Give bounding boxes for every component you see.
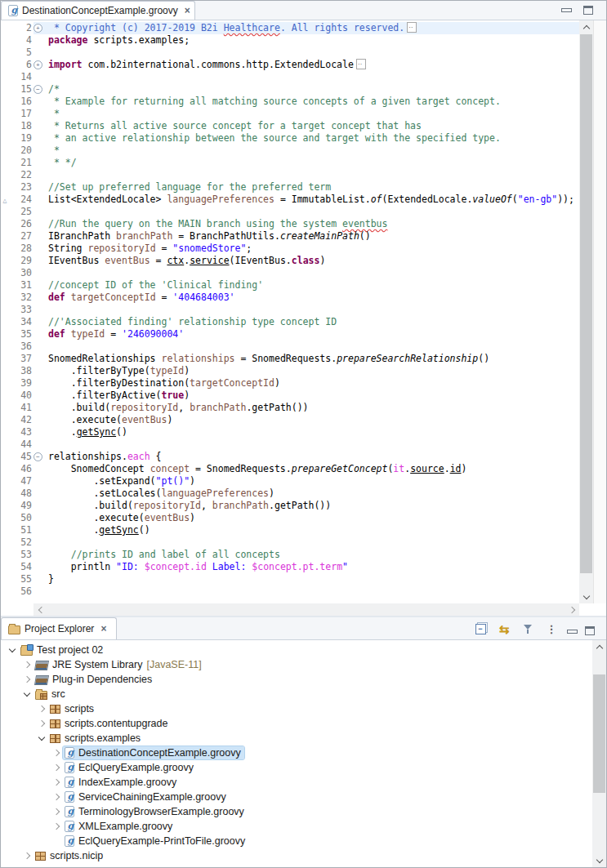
scroll-left-icon[interactable] <box>33 603 47 616</box>
code-line[interactable]: 31//concept ID of the 'Clinical finding' <box>1 279 579 292</box>
tree-item-eclqueryexample-printtofile-groovy[interactable]: EclQueryExample-PrintToFile.groovy <box>1 834 592 848</box>
tree-item-scripts[interactable]: scripts <box>1 701 592 716</box>
code-line[interactable]: 17 * <box>1 108 579 120</box>
folded-region-icon[interactable] <box>356 59 366 69</box>
chevron-down-icon[interactable] <box>35 737 48 740</box>
code-line[interactable]: 51 .getSync() <box>1 524 579 536</box>
code-line[interactable]: 33 <box>1 304 579 316</box>
tree-item-jre-system-library[interactable]: JRE System Library [JavaSE-11] <box>1 657 592 672</box>
filter-icon[interactable] <box>520 621 536 637</box>
editor-tab[interactable]: DestinationConceptExample.groovy × <box>1 1 195 20</box>
code-line[interactable]: 20 * <box>1 145 579 157</box>
code-line[interactable]: 43 .getSync() <box>1 426 579 438</box>
fold-toggle-icon[interactable] <box>32 22 44 34</box>
code-line[interactable]: 45relationships.each { <box>1 451 579 463</box>
code-line[interactable]: 14 <box>1 71 579 83</box>
collapse-all-icon[interactable] <box>472 621 489 637</box>
chevron-right-icon[interactable] <box>50 750 63 755</box>
editor-horizontal-scrollbar[interactable] <box>33 603 579 616</box>
project-explorer-tree[interactable]: Test project 02JRE System Library [JavaS… <box>1 640 592 867</box>
code-line[interactable]: 22 <box>1 169 579 181</box>
code-line[interactable]: 26//Run the query on the MAIN branch usi… <box>1 218 579 230</box>
code-line[interactable]: 6import com.b2international.commons.http… <box>1 59 579 71</box>
code-line[interactable]: 44 <box>1 438 579 451</box>
scroll-down-icon[interactable] <box>592 854 606 867</box>
code-line[interactable]: 16 * Example for returning all matching … <box>1 96 579 108</box>
code-line[interactable]: 27IBranchPath branchPath = BranchPathUti… <box>1 230 579 243</box>
code-line[interactable]: 30 <box>1 267 579 279</box>
code-line[interactable]: 2 * Copyright (c) 2017-2019 B2i Healthca… <box>1 22 579 34</box>
chevron-right-icon[interactable] <box>35 706 48 711</box>
chevron-right-icon[interactable] <box>20 677 33 682</box>
code-line[interactable]: 32def targetConceptId = '404684003' <box>1 292 579 304</box>
tree-item-xmlexample-groovy[interactable]: XMLExample.groovy <box>1 819 592 834</box>
chevron-right-icon[interactable] <box>20 662 33 667</box>
code-line[interactable]: 52 <box>1 536 579 549</box>
code-line[interactable]: 5 <box>1 47 579 59</box>
code-line[interactable]: 21 * */ <box>1 157 579 169</box>
close-icon[interactable]: × <box>185 6 190 16</box>
chevron-right-icon[interactable] <box>50 824 63 829</box>
scroll-right-icon[interactable] <box>566 603 579 616</box>
minimize-icon[interactable] <box>561 8 572 12</box>
chevron-right-icon[interactable] <box>35 721 48 726</box>
code-line[interactable]: 47 .setExpand("pt()") <box>1 475 579 487</box>
code-line[interactable]: 15/* <box>1 83 579 96</box>
tree-item-test-project-02[interactable]: Test project 02 <box>1 643 592 657</box>
explorer-tab[interactable]: Project Explorer × <box>1 617 117 639</box>
code-line[interactable]: 53 //prints ID and label of all concepts <box>1 549 579 561</box>
scrollbar-thumb[interactable] <box>593 674 605 793</box>
minimize-icon[interactable] <box>567 630 578 634</box>
tree-vertical-scrollbar[interactable] <box>592 640 606 867</box>
code-line[interactable]: 28String repositoryId = "snomedStore"; <box>1 243 579 255</box>
code-line[interactable]: 56 <box>1 585 579 598</box>
fold-toggle-icon[interactable] <box>32 59 44 71</box>
chevron-down-icon[interactable] <box>20 692 33 696</box>
code-line[interactable]: 24List<ExtendedLocale> languagePreferenc… <box>1 194 579 206</box>
tree-item-destinationconceptexample-groovy[interactable]: DestinationConceptExample.groovy <box>1 746 592 760</box>
code-line[interactable]: 40 .filterByActive(true) <box>1 389 579 402</box>
code-line[interactable]: 54 println "ID: $concept.id Label: $conc… <box>1 561 579 573</box>
fold-toggle-icon[interactable] <box>32 451 44 463</box>
tree-item-src[interactable]: src <box>1 687 592 701</box>
tree-item-eclqueryexample-groovy[interactable]: EclQueryExample.groovy <box>1 760 592 775</box>
maximize-icon[interactable] <box>585 626 595 635</box>
code-editor[interactable]: 2 * Copyright (c) 2017-2019 B2i Healthca… <box>1 20 579 603</box>
scrollbar-thumb[interactable] <box>580 34 592 573</box>
scroll-up-icon[interactable] <box>579 20 593 33</box>
code-line[interactable]: 55} <box>1 573 579 585</box>
folded-region-icon[interactable] <box>407 22 417 33</box>
tree-item-plug-in-dependencies[interactable]: Plug-in Dependencies <box>1 672 592 687</box>
code-line[interactable]: 36 <box>1 341 579 353</box>
chevron-right-icon[interactable] <box>20 853 33 858</box>
fold-toggle-icon[interactable] <box>32 83 44 96</box>
maximize-icon[interactable] <box>583 6 593 15</box>
code-line[interactable]: 46 SnomedConcept concept = SnomedRequest… <box>1 463 579 475</box>
code-line[interactable]: 48 .setLocales(languagePreferences) <box>1 487 579 500</box>
scroll-up-icon[interactable] <box>592 640 606 653</box>
code-line[interactable]: 50 .execute(eventBus) <box>1 512 579 524</box>
tree-item-terminologybrowserexample-groovy[interactable]: TerminologyBrowserExample.groovy <box>1 804 592 819</box>
code-line[interactable]: 29IEventBus eventBus = ctx.service(IEven… <box>1 255 579 267</box>
code-line[interactable]: 4package scripts.examples; <box>1 34 579 47</box>
chevron-down-icon[interactable] <box>6 648 19 652</box>
link-with-editor-icon[interactable]: ⇆ <box>496 621 512 637</box>
tree-item-scripts-examples[interactable]: scripts.examples <box>1 731 592 746</box>
chevron-right-icon[interactable] <box>50 765 63 770</box>
code-line[interactable]: 38 .filterByType(typeId) <box>1 365 579 377</box>
chevron-right-icon[interactable] <box>50 809 63 814</box>
tree-item-scripts-nicip[interactable]: scripts.nicip <box>1 848 592 863</box>
view-menu-icon[interactable]: ⋮ <box>543 621 560 637</box>
code-line[interactable]: 25 <box>1 206 579 218</box>
chevron-right-icon[interactable] <box>50 780 63 785</box>
tree-item-scripts-contentupgrade[interactable]: scripts.contentupgrade <box>1 716 592 731</box>
code-line[interactable]: 39 .filterByDestination(targetConceptId) <box>1 377 579 389</box>
tree-item-indexexample-groovy[interactable]: IndexExample.groovy <box>1 775 592 790</box>
code-line[interactable]: 49 .build(repositoryId, branchPath.getPa… <box>1 500 579 512</box>
code-line[interactable]: 41 .build(repositoryId, branchPath.getPa… <box>1 402 579 414</box>
code-line[interactable]: 23//Set up preferred language for the pr… <box>1 181 579 194</box>
code-line[interactable]: 42 .execute(eventBus) <box>1 414 579 426</box>
code-line[interactable]: 35def typeId = '246090004' <box>1 328 579 341</box>
code-line[interactable]: 18 * Returns all active source concept f… <box>1 120 579 132</box>
code-line[interactable]: 19 * an active relationship between the … <box>1 132 579 145</box>
